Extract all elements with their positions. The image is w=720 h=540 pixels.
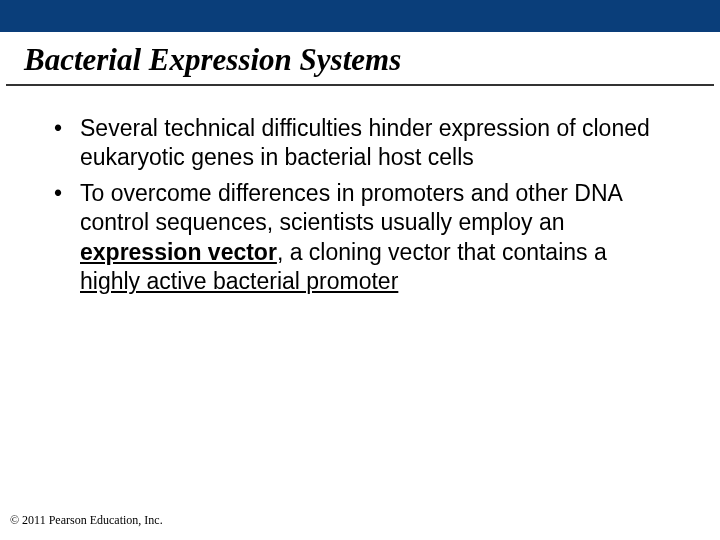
slide-content: Several technical difficulties hinder ex… bbox=[0, 86, 720, 297]
slide-title: Bacterial Expression Systems bbox=[6, 32, 714, 86]
bullet-text-mid: , a cloning vector that contains a bbox=[277, 239, 607, 265]
copyright-text: © 2011 Pearson Education, Inc. bbox=[10, 513, 163, 528]
bullet-text-emphasis: expression vector bbox=[80, 239, 277, 265]
bullet-list: Several technical difficulties hinder ex… bbox=[52, 114, 668, 297]
bullet-item: To overcome differences in promoters and… bbox=[52, 179, 668, 297]
top-bar bbox=[0, 0, 720, 32]
bullet-text-underlined: highly active bacterial promoter bbox=[80, 268, 398, 294]
bullet-text-pre: To overcome differences in promoters and… bbox=[80, 180, 622, 235]
bullet-text: Several technical difficulties hinder ex… bbox=[80, 115, 650, 170]
bullet-item: Several technical difficulties hinder ex… bbox=[52, 114, 668, 173]
